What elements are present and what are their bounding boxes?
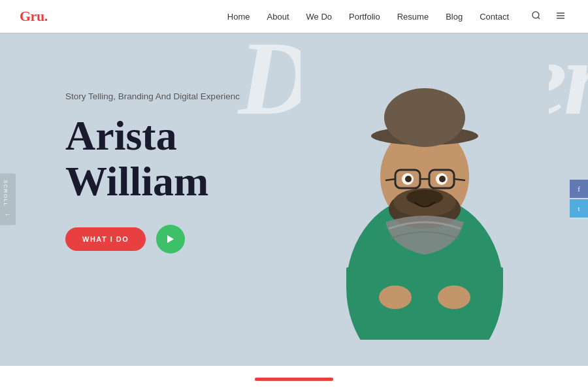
twitter-icon[interactable]: t — [570, 199, 588, 218]
hero-subtitle: Story Telling, Branding And Digital Expe… — [65, 91, 240, 101]
facebook-icon[interactable]: f — [570, 180, 588, 198]
nav-item-portfolio[interactable]: Portfolio — [349, 12, 380, 22]
nav-link-resume[interactable]: Resume — [397, 12, 429, 22]
nav-link-home[interactable]: Home — [227, 12, 250, 22]
svg-point-23 — [406, 189, 443, 205]
nav-item-wedo[interactable]: We Do — [306, 12, 333, 22]
nav-link-portfolio[interactable]: Portfolio — [349, 12, 380, 22]
nav-item-home[interactable]: Home — [227, 12, 250, 22]
bottom-accent — [255, 378, 333, 381]
nav-link-blog[interactable]: Blog — [446, 12, 463, 22]
nav-link-about[interactable]: About — [267, 12, 289, 22]
social-icons: f t — [570, 180, 588, 219]
svg-point-0 — [532, 12, 539, 18]
nav-link-wedo[interactable]: We Do — [306, 12, 333, 22]
scroll-label: SCROLL — [3, 180, 8, 206]
hero-name-line1: Arista — [65, 112, 177, 159]
svg-point-21 — [405, 176, 412, 182]
hamburger-icon — [555, 10, 566, 21]
person-svg — [301, 39, 549, 340]
hero-buttons: WHAT I DO — [65, 225, 240, 253]
hero-content: Story Telling, Branding And Digital Expe… — [65, 91, 240, 253]
play-button[interactable] — [156, 225, 185, 253]
play-icon — [167, 235, 174, 244]
navbar: Gru. Home About We Do Portfolio Resume B… — [0, 0, 588, 33]
logo: Gru. — [20, 8, 48, 25]
nav-item-about[interactable]: About — [267, 12, 289, 22]
hero-section: Designer Story Telling, Branding And Dig… — [0, 33, 588, 366]
svg-point-25 — [438, 286, 470, 309]
menu-button[interactable] — [553, 8, 568, 25]
scroll-arrow-icon: ← — [3, 211, 13, 219]
nav-item-contact[interactable]: Contact — [480, 12, 509, 22]
what-i-do-button[interactable]: WHAT I DO — [65, 227, 146, 251]
hero-person-image — [301, 39, 549, 340]
svg-point-24 — [379, 286, 412, 309]
search-icon — [531, 10, 541, 20]
hero-name-line2: William — [65, 158, 208, 204]
hero-title: Arista William — [65, 113, 240, 205]
scroll-indicator: SCROLL ← — [0, 173, 16, 225]
search-button[interactable] — [529, 8, 544, 25]
logo-dot: . — [44, 8, 48, 24]
nav-icons — [529, 8, 568, 25]
bottom-bar — [0, 366, 588, 392]
nav-item-resume[interactable]: Resume — [397, 12, 429, 22]
svg-point-22 — [439, 176, 446, 182]
nav-item-blog[interactable]: Blog — [446, 12, 463, 22]
nav-link-contact[interactable]: Contact — [480, 12, 509, 22]
nav-links: Home About We Do Portfolio Resume Blog C… — [227, 12, 509, 22]
svg-point-11 — [384, 88, 465, 147]
logo-text: Gru — [20, 8, 44, 24]
svg-marker-5 — [167, 235, 174, 243]
svg-line-1 — [538, 17, 540, 19]
